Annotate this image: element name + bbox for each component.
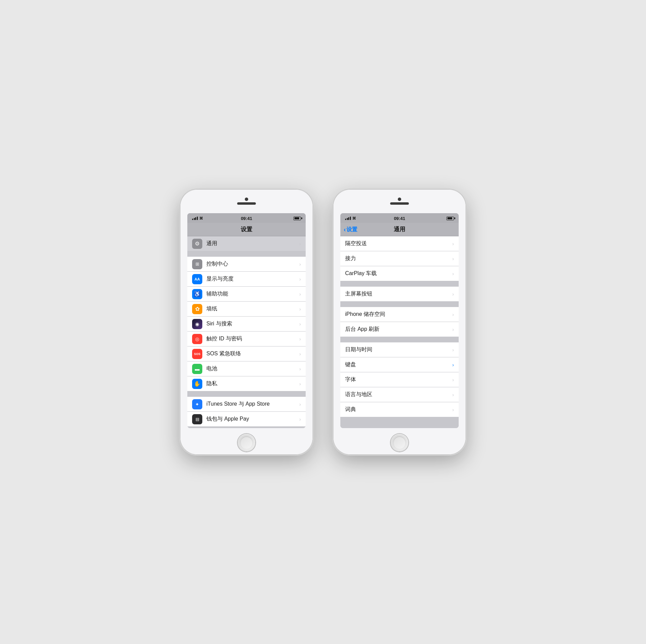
chevron-display: ›	[299, 276, 301, 282]
chevron-wallpaper: ›	[299, 306, 301, 312]
chevron-privacy: ›	[299, 381, 301, 387]
gap-r1	[340, 281, 459, 287]
chevron-itunes: ›	[299, 402, 301, 407]
row-storage[interactable]: iPhone 储存空间 ›	[340, 307, 459, 322]
home-area-left	[180, 431, 313, 455]
icon-battery: ▬	[192, 364, 202, 374]
row-privacy[interactable]: ✋ 隐私 ›	[187, 376, 306, 391]
row-language[interactable]: 语言与地区 ›	[340, 387, 459, 402]
gap-r4	[340, 417, 459, 423]
label-storage: iPhone 储存空间	[345, 311, 452, 318]
row-general[interactable]: ⚙ 通用 ›	[187, 236, 306, 251]
nav-back-button[interactable]: ‹ 设置	[344, 226, 357, 233]
camera-left	[245, 198, 248, 201]
signal-bars-right	[345, 217, 351, 220]
settings-list-left[interactable]: ⚙ 通用 › ⊞ 控制中心 › AA	[187, 236, 306, 428]
chevron-handoff: ›	[452, 256, 454, 261]
chevron-carplay: ›	[452, 271, 454, 276]
row-sos[interactable]: SOS SOS 紧急联络 ›	[187, 346, 306, 361]
label-battery: 电池	[206, 365, 299, 372]
chevron-touchid: ›	[299, 336, 301, 342]
status-bar-left: ⌘ 09:41	[187, 213, 306, 223]
iphone-left: ⌘ 09:41 设置 ⚙ 通用 ›	[180, 189, 313, 455]
row-wallet[interactable]: ▤ 钱包与 Apple Pay ›	[187, 412, 306, 427]
row-control[interactable]: ⊞ 控制中心 ›	[187, 257, 306, 272]
row-refresh[interactable]: 后台 App 刷新 ›	[340, 322, 459, 337]
chevron-homebutton: ›	[452, 291, 454, 297]
row-homebutton[interactable]: 主屏幕按钮 ›	[340, 287, 459, 302]
row-siri[interactable]: ◉ Siri 与搜索 ›	[187, 317, 306, 332]
chevron-storage: ›	[452, 312, 454, 317]
chevron-wallet: ›	[299, 417, 301, 422]
bar4r	[350, 217, 351, 220]
status-right-left	[293, 217, 301, 220]
label-privacy: 隐私	[206, 380, 299, 387]
status-right-right	[446, 217, 454, 220]
icon-itunes: ✦	[192, 399, 202, 409]
nav-header-left: 设置	[187, 223, 306, 236]
chevron-battery: ›	[299, 366, 301, 372]
label-accessibility: 辅助功能	[206, 290, 299, 298]
label-display: 显示与亮度	[206, 275, 299, 283]
chevron-siri: ›	[299, 321, 301, 327]
home-area-right	[333, 431, 466, 455]
bar1r	[345, 219, 346, 220]
icon-touchid: ◎	[192, 334, 202, 344]
section-1-right: 隔空投送 › 接力 › CarPlay 车载 ›	[340, 236, 459, 281]
chevron-airdrop: ›	[452, 241, 454, 247]
camera-right	[398, 198, 401, 201]
bar2	[194, 218, 195, 220]
chevron-datetime: ›	[452, 347, 454, 353]
icon-sos: SOS	[192, 349, 202, 359]
label-handoff: 接力	[345, 255, 452, 262]
section-2-left: ⊞ 控制中心 › AA 显示与亮度 › ♿ 辅助功能	[187, 257, 306, 391]
label-itunes: iTunes Store 与 App Store	[206, 401, 299, 408]
gap-r2	[340, 302, 459, 307]
row-carplay[interactable]: CarPlay 车载 ›	[340, 266, 459, 281]
row-wallpaper[interactable]: ✿ 墙纸 ›	[187, 302, 306, 317]
bar1	[192, 219, 193, 220]
label-homebutton: 主屏幕按钮	[345, 290, 452, 298]
icon-general: ⚙	[192, 239, 202, 249]
settings-list-right[interactable]: 隔空投送 › 接力 › CarPlay 车载 › 主屏幕按钮 ›	[340, 236, 459, 428]
label-wallet: 钱包与 Apple Pay	[206, 416, 299, 423]
signal-area-right: ⌘	[345, 216, 356, 221]
chevron-fonts: ›	[452, 377, 454, 383]
gap-3	[187, 427, 306, 428]
gap-1	[187, 251, 306, 257]
signal-bars-left	[192, 217, 198, 220]
icon-wallet: ▤	[192, 414, 202, 424]
home-button-right[interactable]	[391, 434, 408, 452]
row-keyboard[interactable]: 键盘 ›	[340, 357, 459, 372]
home-inner-right	[393, 436, 406, 449]
speaker-left	[237, 202, 256, 205]
row-display[interactable]: AA 显示与亮度 ›	[187, 272, 306, 287]
label-touchid: 触控 ID 与密码	[206, 335, 299, 342]
screen-right: ⌘ 09:41 ‹ 设置 通用 隔空投送 ›	[340, 213, 459, 428]
section-3-left: ✦ iTunes Store 与 App Store › ▤ 钱包与 Apple…	[187, 397, 306, 427]
chevron-dictionary: ›	[452, 407, 454, 412]
iphone-top-right	[333, 189, 466, 213]
row-handoff[interactable]: 接力 ›	[340, 251, 459, 266]
row-itunes[interactable]: ✦ iTunes Store 与 App Store ›	[187, 397, 306, 412]
iphone-top-left	[180, 189, 313, 213]
chevron-control: ›	[299, 261, 301, 267]
icon-wallpaper: ✿	[192, 304, 202, 314]
nav-title-right: 通用	[394, 226, 405, 233]
label-airdrop: 隔空投送	[345, 240, 452, 247]
row-datetime[interactable]: 日期与时间 ›	[340, 342, 459, 357]
row-battery[interactable]: ▬ 电池 ›	[187, 361, 306, 376]
home-button-left[interactable]	[238, 434, 255, 452]
icon-siri: ◉	[192, 319, 202, 329]
section-3-right: iPhone 储存空间 › 后台 App 刷新 ›	[340, 307, 459, 337]
icon-privacy: ✋	[192, 379, 202, 389]
row-dictionary[interactable]: 词典 ›	[340, 402, 459, 417]
label-datetime: 日期与时间	[345, 346, 452, 353]
row-fonts[interactable]: 字体 ›	[340, 372, 459, 387]
row-airdrop[interactable]: 隔空投送 ›	[340, 236, 459, 251]
row-touchid[interactable]: ◎ 触控 ID 与密码 ›	[187, 332, 306, 346]
nav-header-right: ‹ 设置 通用	[340, 223, 459, 236]
row-accessibility[interactable]: ♿ 辅助功能 ›	[187, 287, 306, 302]
label-dictionary: 词典	[345, 406, 452, 413]
status-bar-right: ⌘ 09:41	[340, 213, 459, 223]
